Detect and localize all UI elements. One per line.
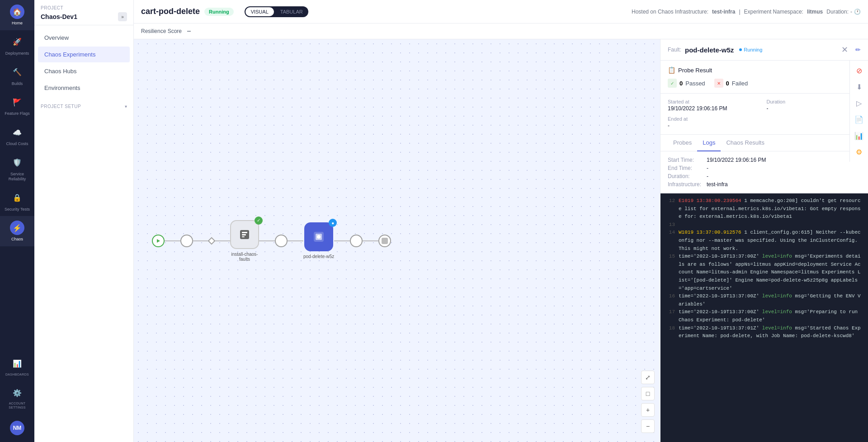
right-panel: Fault: pod-delete-w5z Running ✕ ✏ ⊘ ⬇ ▷ … [660,39,868,442]
svg-point-7 [317,235,321,239]
visual-tabular-toggle: VISUAL TABULAR [245,6,308,17]
flow-install-faults-node[interactable]: ✓ install-chaos-faults [230,220,259,262]
sidebar-item-service-reliability[interactable]: 🛡️ Service Reliability [0,151,34,186]
zoom-out-button[interactable]: − [641,419,655,433]
zoom-in-button[interactable]: + [641,403,655,417]
log-line: 17 time='2022-10-19T13:37:00Z' level=inf… [666,308,863,324]
flow-pod-delete-node[interactable]: ● pod-delete-w5z [303,222,334,259]
flow-circle-2 [275,235,288,247]
project-header: Project Chaos-Dev1 » [34,0,133,25]
play-button[interactable]: ▷ [852,96,866,110]
sidebar-item-account-settings[interactable]: ⚙️ ACCOUNT SETTINGS [0,381,34,414]
end-node-shape [378,235,391,247]
end-node-inner [382,238,388,244]
nav-chaos-hubs[interactable]: Chaos Hubs [38,63,130,79]
infrastructure-label: Infrastructure: [668,181,701,188]
hosted-on-label: Hosted on Chaos Infrastructure: [632,9,708,15]
close-button[interactable]: ✕ [841,45,848,55]
svg-rect-2 [242,232,247,233]
flow-start-node [152,235,165,247]
svg-marker-0 [157,239,160,243]
dashboards-label: DASHBOARDS [5,373,29,376]
account-settings-label: ACCOUNT SETTINGS [2,402,33,409]
fault-name: pod-delete-w5z [685,46,734,54]
clock-icon: 🕐 [854,9,861,15]
dashboards-icon: 📊 [10,357,24,371]
content-area: ✓ install-chaos-faults [134,39,868,442]
probe-icon: 📋 [668,66,675,74]
chart-button[interactable]: 📊 [852,128,866,143]
tab-chaos-results[interactable]: Chaos Results [721,135,770,151]
edit-button[interactable]: ✏ [855,46,861,53]
pod-delete-box [304,222,333,251]
duration-item: Duration - [767,99,861,112]
circle-1-icon [180,235,193,247]
nav-chaos-experiments[interactable]: Chaos Experiments [38,47,130,62]
install-faults-label: install-chaos-faults [231,252,258,262]
service-reliability-icon: 🛡️ [10,155,24,170]
sidebar-item-label: Cloud Costs [6,141,28,146]
flow-circle-3 [350,235,363,247]
connector-1 [165,240,180,241]
fault-prefix: Fault: [668,47,681,53]
feature-flags-icon: 🚩 [10,95,24,109]
sidebar-item-label: Builds [12,81,23,86]
probe-passed-icon: ✓ [668,79,677,88]
flow-diamond-1 [209,238,214,244]
connector-3 [214,240,230,241]
account-settings-icon: ⚙️ [10,386,24,400]
nav-environments[interactable]: Environments [38,80,130,96]
log-terminal[interactable]: 12 E1019 13:38:00.239564 1 memcache.go:2… [660,193,868,442]
settings-button[interactable]: ⚙ [852,145,866,159]
duration-right-value: - [767,105,861,112]
project-setup-chevron[interactable]: ▾ [125,104,127,109]
log-line: 14 W1019 13:37:00.912576 1 client_config… [666,229,863,253]
left-panel: Project Chaos-Dev1 » Overview Chaos Expe… [34,0,134,442]
sidebar-item-builds[interactable]: 🔨 Builds [0,61,34,91]
download-button[interactable]: ⬇ [852,80,866,94]
log-details: Start Time: 19/10/2022 19:06:16 PM End T… [660,151,868,193]
project-chevron[interactable]: » [118,12,127,21]
sidebar-item-label: Deployments [5,51,29,56]
probe-passed-label: Passed [685,80,705,87]
end-time-label: End Time: [668,165,701,171]
tab-logs[interactable]: Logs [697,135,721,151]
stop-button[interactable]: ⊘ [852,63,866,78]
sidebar-item-security-tests[interactable]: 🔒 Security Tests [0,186,34,216]
project-name: Chaos-Dev1 [41,13,77,20]
avatar-circle: NM [10,421,24,435]
sidebar: 🏠 Home 🚀 Deployments 🔨 Builds 🚩 Feature … [0,0,34,442]
sidebar-item-home[interactable]: 🏠 Home [0,0,34,30]
sidebar-item-cloud-costs[interactable]: ☁️ Cloud Costs [0,121,34,151]
probe-passed-count: 0 [679,80,683,87]
sidebar-item-chaos[interactable]: ⚡ Chaos [0,216,34,246]
log-line: 13 [666,221,863,229]
duration-value: - [850,9,852,15]
nav-overview[interactable]: Overview [38,30,130,46]
notes-button[interactable]: 📄 [852,112,866,127]
expand-button[interactable]: ⤢ [641,371,655,384]
toggle-tabular[interactable]: TABULAR [275,7,308,16]
sidebar-avatar[interactable]: NM [0,414,34,442]
start-time-value: 19/10/2022 19:06:16 PM [707,157,861,163]
workflow-canvas[interactable]: ✓ install-chaos-faults [134,39,660,442]
pod-delete-running-badge: ● [329,219,337,227]
svg-rect-4 [242,236,245,237]
log-line: 18 time='2022-10-19T13:37:01Z' level=inf… [666,324,863,340]
end-time-value: - [707,165,861,171]
probe-failed-label: Failed [732,80,748,87]
sidebar-item-deployments[interactable]: 🚀 Deployments [0,30,34,61]
times-section: Started at 19/10/2022 19:06:16 PM Durati… [660,94,868,135]
start-time-label: Start Time: [668,157,701,163]
toggle-visual[interactable]: VISUAL [245,7,274,16]
sidebar-item-feature-flags[interactable]: 🚩 Feature Flags [0,90,34,121]
diamond-1-shape [208,237,216,245]
svg-rect-3 [242,234,246,235]
tab-probes[interactable]: Probes [668,135,697,151]
connector-2 [193,240,209,241]
topbar-info: Hosted on Chaos Infrastructure: test-inf… [632,9,823,15]
home-icon: 🏠 [10,5,24,19]
duration-right-label: Duration [767,99,861,104]
copy-button[interactable]: □ [641,387,655,400]
sidebar-item-dashboards[interactable]: 📊 DASHBOARDS [0,352,34,381]
